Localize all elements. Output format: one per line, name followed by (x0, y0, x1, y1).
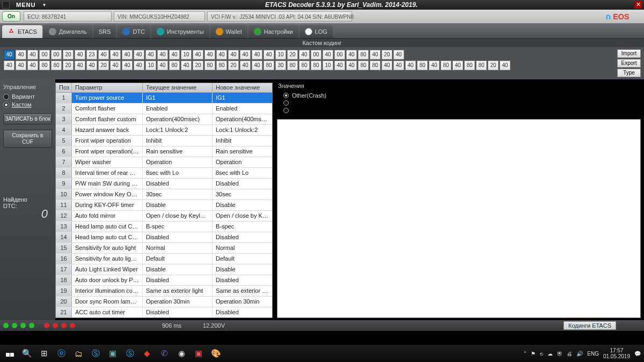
hex-cell[interactable]: 40 (75, 50, 85, 60)
hex-cell[interactable]: 40 (382, 61, 392, 70)
tray-icon[interactable]: ☁ (547, 351, 553, 357)
taskview-icon[interactable]: ⊞ (38, 347, 50, 360)
on-button[interactable]: On (2, 11, 20, 21)
hex-cell[interactable]: 80 (417, 61, 428, 70)
table-row[interactable]: 12Auto fold mirrorOpen / close by Keyles… (56, 211, 272, 221)
table-row[interactable]: 21ACC auto cut timerDisabledDisabled (56, 307, 272, 317)
hex-cell[interactable]: 40 (4, 61, 14, 70)
hex-cell[interactable]: 40 (240, 61, 251, 70)
hex-cell[interactable]: 40 (145, 50, 156, 60)
hex-cell[interactable]: 40 (228, 50, 239, 60)
search-icon[interactable]: 🔍 (20, 347, 33, 360)
hex-cell[interactable]: 40 (27, 50, 38, 60)
tab-dtc[interactable]: DTC (117, 25, 150, 38)
hex-row-2[interactable]: 4040408080204040204040401040804020808020… (3, 60, 511, 71)
hex-cell[interactable]: 40 (157, 50, 168, 60)
hex-cell[interactable]: 00 (311, 50, 321, 60)
edge-icon[interactable]: ⓔ (55, 347, 68, 360)
table-row[interactable]: 13Head lamp auto cut CustomB-specB-spec (56, 221, 272, 232)
skype-icon[interactable]: Ⓢ (89, 347, 102, 360)
hex-cell[interactable]: 20 (228, 61, 239, 70)
col-param[interactable]: Параметр (72, 83, 143, 92)
table-body[interactable]: 1Turn power sourceIG1IG12Comfort flasher… (56, 93, 272, 317)
hex-cell[interactable]: 40 (452, 61, 463, 70)
hex-cell[interactable]: 80 (169, 61, 180, 70)
hex-cell[interactable]: 10 (145, 61, 156, 70)
save-cuf-button[interactable]: Сохранить вCUF (3, 130, 52, 148)
hex-cell[interactable]: 40 (122, 61, 133, 70)
export-button[interactable]: Export (617, 59, 641, 68)
chrome-icon[interactable]: ◉ (175, 347, 188, 360)
hex-cell[interactable]: 20 (193, 61, 203, 70)
import-button[interactable]: Import (617, 49, 641, 58)
hex-cell[interactable]: 80 (287, 61, 298, 70)
hex-cell[interactable]: 40 (157, 61, 168, 70)
hex-cell[interactable]: 40 (299, 50, 310, 60)
hex-cell[interactable]: 40 (27, 61, 38, 70)
tab-wallet[interactable]: Wallet (210, 25, 247, 38)
tray-up-icon[interactable]: ˄ (524, 351, 526, 357)
start-button[interactable] (3, 347, 16, 360)
hex-cell[interactable]: 80 (358, 50, 369, 60)
hex-cell[interactable]: 80 (370, 61, 380, 70)
tray-icon[interactable]: 🖨 (567, 351, 572, 357)
clock[interactable]: 17:57 01.05.2019 (603, 348, 630, 359)
hex-cell[interactable]: 40 (240, 50, 251, 60)
value-option-2[interactable]: ACC (283, 107, 641, 114)
hex-cell[interactable]: 40 (98, 50, 109, 60)
hex-cell[interactable]: 40 (181, 61, 192, 70)
table-row[interactable]: 15Sensitivity for auto lightNormalNormal (56, 243, 272, 254)
col-new[interactable]: Новое значение (213, 83, 272, 92)
hex-cell[interactable]: 40 (323, 50, 333, 60)
system-tray[interactable]: ˄ ⚑ ⎋ ☁ ⛨ 🖨 🔊 ENG 17:57 01.05.2019 💬 (524, 348, 641, 359)
hex-cell[interactable]: 40 (216, 50, 227, 60)
hex-cell[interactable]: 40 (204, 50, 215, 60)
hex-cell[interactable]: 20 (382, 50, 392, 60)
table-row[interactable]: 3Comfort flasher customOperation(400msec… (56, 114, 272, 125)
value-option-1[interactable]: IG1 (283, 100, 641, 106)
hex-cell[interactable]: 80 (39, 61, 50, 70)
skype2-icon[interactable]: Ⓢ (123, 347, 136, 360)
table-row[interactable]: 17Auto Light Linked WiperDisableDisable (56, 264, 272, 275)
table-row[interactable]: 19Interior illumination controlSame as e… (56, 286, 272, 297)
tray-icon[interactable]: 🔊 (576, 351, 583, 357)
lang-indicator[interactable]: ENG (587, 351, 599, 357)
system-menu-icon[interactable] (2, 1, 10, 9)
viber-icon[interactable]: ✆ (158, 347, 171, 360)
tab-tools[interactable]: Инструменты (151, 25, 209, 38)
hex-cell[interactable]: 80 (464, 61, 475, 70)
hex-cell[interactable]: 80 (264, 61, 274, 70)
hex-cell[interactable]: 40 (134, 50, 144, 60)
table-row[interactable]: 5Front wiper operationInhibitInhibit (56, 136, 272, 146)
hex-cell[interactable]: 80 (216, 61, 227, 70)
hex-cell[interactable]: 10 (181, 50, 192, 60)
table-row[interactable]: 18Auto door unlock by P positionDisabled… (56, 275, 272, 286)
hex-row-1[interactable]: 4040400000204023404040404040401040404040… (3, 49, 511, 60)
table-row[interactable]: 20Door sync Room lamp auto cutOperation … (56, 297, 272, 307)
hex-cell[interactable]: 40 (86, 61, 97, 70)
hex-cell[interactable]: 80 (441, 61, 451, 70)
hex-cell[interactable]: 40 (4, 50, 14, 60)
hex-cell[interactable]: 40 (169, 50, 180, 60)
app2-icon[interactable]: ▣ (192, 347, 205, 360)
table-row[interactable]: 16Sensitivity for auto light(RLS)Default… (56, 254, 272, 264)
table-row[interactable]: 7Wiper washerOperationOperation (56, 157, 272, 168)
hex-cell[interactable]: 00 (51, 50, 62, 60)
explorer-icon[interactable]: 🗂 (72, 347, 85, 360)
hex-cell[interactable]: 40 (346, 61, 357, 70)
hex-cell[interactable]: 10 (275, 50, 286, 60)
hex-cell[interactable]: 80 (299, 61, 310, 70)
notifications-icon[interactable]: 💬 (634, 351, 641, 357)
table-row[interactable]: 1Turn power sourceIG1IG1 (56, 93, 272, 104)
hex-cell[interactable]: 40 (252, 61, 262, 70)
hex-cell[interactable]: 30 (275, 61, 286, 70)
radio-variant[interactable]: Вариант (3, 93, 52, 100)
radio-custom[interactable]: Кастом (3, 101, 52, 108)
tray-icon[interactable]: ⛨ (557, 351, 562, 357)
hex-cell[interactable]: 00 (39, 50, 50, 60)
hex-cell[interactable]: 23 (86, 50, 97, 60)
hex-cell[interactable]: 80 (51, 61, 62, 70)
write-block-button[interactable]: ЗАПИСАТЬ в блок (3, 113, 52, 124)
table-row[interactable]: 14Head lamp auto cut Custom forDisabledD… (56, 232, 272, 243)
hex-cell[interactable]: 40 (110, 50, 121, 60)
